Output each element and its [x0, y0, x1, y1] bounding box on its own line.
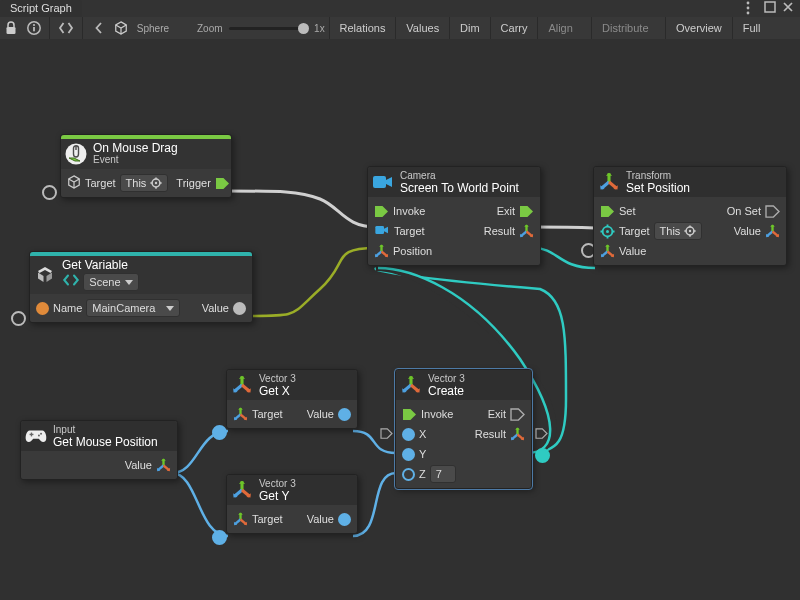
vector3-icon	[400, 374, 422, 396]
vector3-icon	[598, 171, 620, 193]
port-value: Value	[202, 302, 229, 314]
align-dropdown[interactable]: Align	[542, 19, 587, 37]
port-value: Value	[307, 408, 334, 420]
target-field[interactable]: This	[120, 174, 169, 192]
flow-in-icon[interactable]	[374, 205, 389, 218]
node-title: Screen To World Point	[400, 182, 519, 194]
node-get-variable[interactable]: Get Variable Scene Name MainCamera Value	[29, 251, 253, 323]
external-port[interactable]	[11, 311, 26, 326]
port-invoke: Invoke	[393, 205, 425, 217]
port-result: Result	[475, 428, 506, 440]
node-get-mouse-position[interactable]: InputGet Mouse Position Value	[20, 420, 178, 480]
cube-icon	[67, 175, 81, 192]
node-title: Set Position	[626, 182, 690, 194]
gamepad-icon	[25, 425, 47, 447]
variable-name-field[interactable]: MainCamera	[86, 299, 180, 317]
node-screen-to-world-point[interactable]: CameraScreen To World Point Invoke Exit …	[367, 166, 541, 266]
port-x-label: X	[419, 428, 426, 440]
node-vector3-create[interactable]: Vector 3Create Invoke Exit X Result Y	[395, 369, 532, 489]
flow-out-icon[interactable]	[510, 408, 525, 421]
zoom-knob[interactable]	[298, 23, 309, 34]
port-name: Name	[53, 302, 82, 314]
lock-icon[interactable]	[4, 20, 19, 36]
port-onset: On Set	[727, 205, 761, 217]
port-target: Target	[252, 408, 283, 420]
flow-out-icon[interactable]	[215, 177, 230, 190]
node-on-mouse-drag[interactable]: On Mouse DragEvent Target This Trigger	[60, 134, 232, 198]
zoom-slider[interactable]	[229, 27, 305, 30]
node-get-x[interactable]: Vector 3Get X Target Value	[226, 369, 358, 429]
zoom-value: 1x	[314, 23, 325, 34]
node-set-position[interactable]: TransformSet Position Set On Set Target …	[593, 166, 787, 266]
scope-dropdown[interactable]: Scene	[83, 273, 138, 291]
port-exit: Exit	[488, 408, 506, 420]
flow-out-hollow[interactable]	[535, 428, 546, 439]
flow-in-icon[interactable]	[402, 408, 417, 421]
relations-button[interactable]: Relations	[334, 19, 392, 37]
z-field[interactable]: 7	[430, 465, 456, 483]
flow-in-hollow[interactable]	[380, 428, 391, 439]
vector3-icon	[233, 512, 248, 527]
port-value: Value	[307, 513, 334, 525]
port-x[interactable]	[402, 428, 415, 441]
node-title: On Mouse Drag	[93, 142, 178, 154]
breadcrumb-item[interactable]: Sphere	[137, 23, 169, 34]
flow-out-icon[interactable]	[519, 205, 534, 218]
node-title: Get Y	[259, 490, 296, 502]
node-subtitle: Event	[93, 154, 178, 166]
vector3-icon	[231, 479, 253, 501]
vector3-icon	[600, 244, 615, 259]
vector3-icon	[156, 458, 171, 473]
graph-canvas[interactable]: On Mouse DragEvent Target This Trigger G…	[0, 39, 800, 600]
target-icon	[600, 224, 615, 239]
external-port[interactable]	[42, 185, 57, 200]
node-title: Get Mouse Position	[53, 436, 158, 448]
port-y[interactable]	[402, 448, 415, 461]
port-in[interactable]	[36, 302, 49, 315]
graph-code-icon[interactable]	[58, 20, 74, 36]
breadcrumb-back-icon[interactable]	[91, 20, 106, 36]
port-result: Result	[484, 225, 515, 237]
port-result-ext[interactable]	[535, 448, 550, 463]
values-button[interactable]: Values	[400, 19, 445, 37]
node-title: Get X	[259, 385, 296, 397]
flow-in-icon[interactable]	[600, 205, 615, 218]
port-value: Value	[619, 245, 646, 257]
port-value-out: Value	[734, 225, 761, 237]
fullscreen-button[interactable]: Full Screen	[737, 19, 800, 37]
dim-button[interactable]: Dim	[454, 19, 486, 37]
target-field[interactable]: This	[654, 222, 703, 240]
maximize-icon[interactable]	[764, 1, 776, 13]
node-get-y[interactable]: Vector 3Get Y Target Value	[226, 474, 358, 534]
port-target: Target	[619, 225, 650, 237]
toolbar: Sphere Zoom 1x Relations Values Dim Carr…	[0, 17, 800, 40]
unity-icon	[34, 264, 56, 286]
port-trigger: Trigger	[176, 177, 210, 189]
close-icon[interactable]	[782, 1, 794, 13]
port-z-label: Z	[419, 468, 426, 480]
info-icon[interactable]	[27, 20, 42, 36]
port-target: Target	[85, 177, 116, 189]
panel-title: Script Graph	[10, 2, 72, 14]
distribute-dropdown[interactable]: Distribute	[596, 19, 661, 37]
carry-button[interactable]: Carry	[495, 19, 534, 37]
port-value: Value	[125, 459, 152, 471]
vector3-icon	[519, 224, 534, 239]
port-out[interactable]	[338, 408, 351, 421]
breadcrumb-sphere-icon	[114, 20, 129, 36]
zoom-label: Zoom	[197, 23, 223, 34]
port-position: Position	[393, 245, 432, 257]
vector3-icon	[233, 407, 248, 422]
port-in[interactable]	[212, 530, 227, 545]
vector3-icon	[231, 374, 253, 396]
port-z[interactable]	[402, 468, 415, 481]
port-out[interactable]	[338, 513, 351, 526]
window-menu-icon[interactable]	[746, 1, 758, 13]
port-in[interactable]	[212, 425, 227, 440]
port-target: Target	[252, 513, 283, 525]
port-y-label: Y	[419, 448, 426, 460]
flow-out-icon[interactable]	[765, 205, 780, 218]
panel-tab[interactable]: Script Graph	[0, 0, 82, 17]
port-out[interactable]	[233, 302, 246, 315]
overview-button[interactable]: Overview	[670, 19, 728, 37]
